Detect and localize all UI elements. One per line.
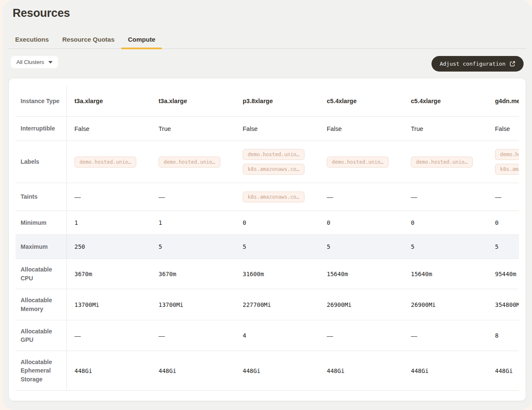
row-label: Instance Type — [16, 93, 66, 109]
cluster-filter-label: All Clusters — [16, 59, 44, 65]
table-row-interruptible: Interruptible False True False False Tru… — [16, 117, 519, 141]
cell-interruptible: False — [66, 122, 151, 136]
table-row-allocatable-gpu: Allocatable GPU — — 4 — — 8 — [16, 320, 519, 351]
tab-executions[interactable]: Executions — [8, 36, 56, 48]
cell-maximum: 5 — [487, 240, 519, 253]
cell-labels: demo.hosted.unio… k8s.amazonaws.co… — [235, 146, 319, 178]
cell-cpu: 3670m — [66, 267, 151, 281]
taint-chip: k8s.amazonaws.co… — [243, 192, 304, 202]
cell-cpu: 95440m — [487, 267, 519, 281]
label-chip: demo.hosted.unio… — [327, 157, 389, 168]
cell-gpu: — — [66, 329, 151, 343]
cell-interruptible: True — [403, 122, 487, 136]
cell-minimum: 1 — [66, 216, 151, 229]
cell-gpu: — — [319, 329, 403, 343]
cell-ephemeral: 448Gi — [319, 364, 403, 378]
cell-labels: demo.hosted.unio… — [66, 153, 151, 171]
cell-interruptible: True — [151, 122, 235, 136]
cell-labels: demo.hosted.unio… — [403, 153, 487, 171]
cell-instance-type: c5.4xlarge — [403, 94, 487, 108]
adjust-configuration-button[interactable]: Adjust configuration — [431, 56, 524, 72]
adjust-configuration-label: Adjust configuration — [439, 61, 506, 67]
cell-memory: 13700Mi — [66, 298, 151, 311]
cell-instance-type: c5.4xlarge — [319, 94, 403, 108]
cell-taints: — — [151, 190, 235, 204]
label-chip: demo.hosted.unio… — [411, 157, 473, 168]
cell-memory: 13700Mi — [151, 298, 235, 311]
cell-minimum: 0 — [487, 216, 519, 229]
cell-cpu: 3670m — [151, 267, 235, 281]
cell-taints: — — [319, 190, 403, 204]
cell-maximum: 5 — [403, 240, 487, 253]
table-row-labels: Labels demo.hosted.unio… demo.hosted.uni… — [16, 141, 519, 183]
cell-gpu: — — [403, 329, 487, 343]
cell-ephemeral: 448Gi — [487, 364, 519, 378]
cell-interruptible: False — [487, 122, 519, 136]
cell-maximum: 250 — [66, 240, 151, 253]
cell-instance-type: g4dn.metal — [487, 94, 519, 108]
column-divider — [66, 86, 67, 391]
label-chip: demo.hosted.unio… — [243, 149, 304, 160]
cell-interruptible: False — [235, 122, 319, 136]
cell-taints: — — [403, 190, 487, 204]
cell-memory: 26900Mi — [403, 298, 487, 311]
toolbar: All Clusters Adjust configuration — [8, 56, 526, 72]
cell-labels: demo.hosted.unio… — [151, 153, 235, 171]
label-chip: demo.hosted.unio… — [159, 157, 220, 168]
row-label: Maximum — [16, 239, 66, 254]
cell-labels: demo.hosted.unio… — [319, 153, 403, 171]
cell-labels: demo.hosted.unio… k8s.amazonaws.co… — [487, 146, 519, 178]
cell-cpu: 15640m — [403, 267, 487, 281]
table-row-instance-type: Instance Type t3a.xlarge t3a.xlarge p3.8… — [16, 86, 519, 117]
tab-compute[interactable]: Compute — [121, 36, 162, 48]
table-row-taints: Taints — — k8s.amazonaws.co… — — — — [16, 183, 519, 211]
cell-instance-type: t3a.xlarge — [151, 94, 235, 108]
cell-cpu: 15640m — [319, 267, 403, 281]
cluster-filter-dropdown[interactable]: All Clusters — [11, 56, 58, 68]
table-row-allocatable-ephemeral-storage: Allocatable Ephemeral Storage 448Gi 448G… — [16, 351, 519, 391]
cell-ephemeral: 448Gi — [235, 364, 319, 378]
cell-instance-type: t3a.xlarge — [66, 94, 151, 108]
table-row-minimum: Minimum 1 1 0 0 0 0 — [16, 211, 519, 235]
cell-memory: 227700Mi — [235, 298, 319, 311]
cell-taints: — — [66, 190, 151, 204]
label-chip: k8s.amazonaws.co… — [495, 164, 519, 175]
row-label: Allocatable GPU — [16, 324, 66, 348]
row-label: Interruptible — [16, 121, 66, 136]
label-chip: demo.hosted.unio… — [495, 149, 519, 160]
cell-interruptible: False — [319, 122, 403, 136]
table-row-allocatable-cpu: Allocatable CPU 3670m 3670m 31600m 15640… — [16, 259, 519, 289]
cell-minimum: 0 — [403, 216, 487, 229]
cell-minimum: 0 — [235, 216, 319, 229]
row-label: Minimum — [16, 215, 66, 230]
cell-gpu: — — [151, 329, 235, 343]
label-chip: demo.hosted.unio… — [74, 157, 136, 168]
cell-minimum: 1 — [151, 216, 235, 229]
tab-bar: Executions Resource Quotas Compute — [8, 35, 526, 49]
external-link-icon — [509, 61, 516, 67]
tab-resource-quotas[interactable]: Resource Quotas — [56, 36, 121, 48]
cell-memory: 354800Mi — [487, 298, 519, 311]
compute-table-card: Instance Type t3a.xlarge t3a.xlarge p3.8… — [8, 78, 526, 401]
row-label: Allocatable Ephemeral Storage — [16, 354, 66, 387]
row-label: Allocatable Memory — [16, 293, 66, 317]
table-row-allocatable-memory: Allocatable Memory 13700Mi 13700Mi 22770… — [16, 289, 519, 320]
cell-taints: — — [487, 190, 519, 204]
main-panel: Resources Executions Resource Quotas Com… — [3, 0, 532, 410]
chevron-down-icon — [48, 61, 53, 64]
compute-table: Instance Type t3a.xlarge t3a.xlarge p3.8… — [16, 86, 519, 391]
cell-taints: k8s.amazonaws.co… — [235, 188, 319, 206]
cell-maximum: 5 — [151, 240, 235, 253]
label-chip: k8s.amazonaws.co… — [243, 164, 304, 175]
cell-maximum: 5 — [319, 240, 403, 253]
cell-minimum: 0 — [319, 216, 403, 229]
cell-gpu: 8 — [487, 329, 519, 342]
row-label: Taints — [16, 189, 66, 204]
cell-maximum: 5 — [235, 240, 319, 253]
row-label: Labels — [16, 154, 66, 169]
table-row-maximum: Maximum 250 5 5 5 5 5 — [16, 235, 519, 259]
cell-ephemeral: 448Gi — [151, 364, 235, 378]
cell-instance-type: p3.8xlarge — [235, 94, 319, 108]
cell-gpu: 4 — [235, 329, 319, 342]
page-title: Resources — [13, 7, 526, 20]
